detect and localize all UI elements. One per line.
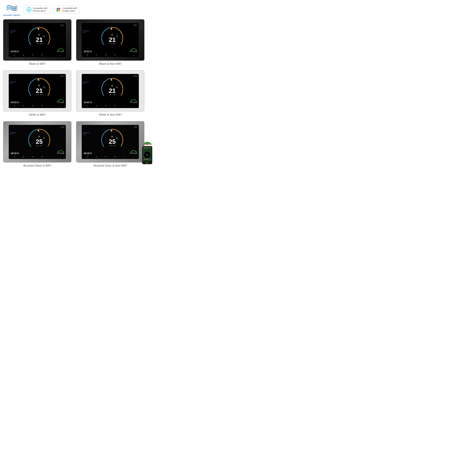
svg-text:❄: ❄ [8,5,9,6]
brand-logo: ❄ [5,3,19,14]
permanent-hold-4: PermanentHold [83,81,89,84]
permanent-hold-2: PermanentHold [83,30,89,33]
svg-text:25°: 25° [40,43,42,45]
up-icon: ⌃ [50,54,52,56]
down-icon-5: ⌄ [59,156,61,158]
svg-text:❄: ❄ [120,83,121,84]
product-caption-silver-wifi: Brushed Silver & WiFi [23,164,51,167]
thermostat-screen-4: THU PermanentHold 🔥 ≋ ❄ 🔒 21 °C Set 25° … [82,74,139,108]
thermostat-frame-silver-nonwifi: FRI PermanentHold 🔥 ≋ ❄ 🔒 25 °C Set 27° … [76,121,144,162]
icon-row-4: ⊙ ✦ °F ⏱ ⌃ ⌄ [82,105,139,107]
temp-icon-2: °F [104,54,107,56]
product-caption-silver-nonwifi: Brushed Siver & Non-WiFi [94,164,127,167]
svg-text:C: C [42,43,43,44]
up-icon-4: ⌃ [123,105,125,107]
time-display: 14:21 h [11,50,19,53]
screen-inner-4: THU PermanentHold 🔥 ≋ ❄ 🔒 21 °C Set 25° … [82,74,139,108]
permanent-hold-3: PermanentHold [10,81,16,84]
fan-icon-5: ✦ [22,156,24,158]
svg-text:❄: ❄ [120,134,121,135]
svg-text:❄: ❄ [47,32,49,33]
gauge-svg-4: 🔥 ≋ ❄ 🔒 21 °C Set 25° C [100,76,125,100]
svg-point-7 [58,10,60,12]
screen-inner-2: THU PermanentHold 🔥 ≋ ❄ 🔒 21 °C Set 25° … [82,23,139,57]
humidity-display-6: 51%RH [131,152,136,154]
svg-text:❄: ❄ [47,83,49,84]
brand-name: HESSWAY SMART [3,14,20,16]
svg-text:27°: 27° [113,145,115,146]
thermostat-frame-silver-wifi: FRI PermanentHold 🔥 ≋ ❄ 🔒 25 °C Set 27° … [3,121,71,162]
google-badge: Compatible with Google Home [53,6,80,14]
svg-text:🔥: 🔥 [110,27,113,30]
temp-icon-3: °F [32,105,34,107]
svg-text:25: 25 [36,138,43,145]
up-icon-3: ⌃ [50,105,52,107]
humidity-display-2: 57%RH [131,50,136,52]
fan-icon-3: ✦ [22,105,24,107]
timer-icon-2: ⏱ [114,54,116,56]
temp-icon: °F [32,54,34,56]
phone-button-green [146,163,147,163]
svg-text:C: C [115,145,116,146]
down-icon-4: ⌄ [132,105,134,107]
day-display: THU [60,24,64,26]
svg-text:C: C [115,94,116,95]
humidity-display: 57%RH [58,50,64,52]
svg-text:27°: 27° [40,145,42,146]
svg-point-3 [28,9,30,11]
temp-icon-6: °F [104,156,107,158]
down-icon-6: ⌄ [132,156,134,158]
timer-icon-4: ⏱ [114,105,116,107]
svg-text:°C: °C [116,137,118,139]
down-icon-2: ⌄ [132,54,134,56]
svg-text:°C: °C [43,137,45,139]
svg-text:°C: °C [43,86,45,88]
thermostat-frame-black-wifi: THU PermanentHold 🔥 ≋ ❄ [3,19,71,61]
svg-text:🔒: 🔒 [111,85,113,86]
screen-inner-5: FRI PermanentHold 🔥 ≋ ❄ 🔒 25 °C Set 27° … [9,125,66,159]
day-display-3: THU [60,75,64,77]
thermostat-screen-5: FRI PermanentHold 🔥 ≋ ❄ 🔒 25 °C Set 27° … [9,125,66,159]
phone-screen: 25.0 [143,147,152,162]
svg-text:≋: ≋ [45,28,46,30]
timer-icon-3: ⏱ [41,105,43,107]
icon-row-2: ⊙ ✦ °F ⏱ ⌃ ⌄ [82,54,139,56]
thermostat-screen-6: FRI PermanentHold 🔥 ≋ ❄ 🔒 25 °C Set 27° … [82,125,139,159]
svg-text:21: 21 [109,36,116,43]
svg-text:25°: 25° [113,43,115,45]
day-display-4: THU [133,75,137,77]
product-caption-white-nonwifi: White & Non-WiFi [99,113,121,117]
svg-text:❄: ❄ [47,134,49,135]
svg-text:25: 25 [109,138,116,145]
product-silver-nonwifi: FRI PermanentHold 🔥 ≋ ❄ 🔒 25 °C Set 27° … [76,121,144,167]
logo-area: ❄ HESSWAY SMART [3,3,20,16]
products-grid: THU PermanentHold 🔥 ≋ ❄ [3,19,155,167]
gauge-svg-6: 🔥 ≋ ❄ 🔒 25 °C Set 27° C [100,126,125,151]
svg-text:Set: Set [36,94,38,96]
svg-text:C: C [115,43,116,44]
down-icon: ⌄ [59,54,61,56]
up-icon-2: ⌃ [123,54,125,56]
time-display-2: 14:21 h [84,50,92,53]
permanent-hold: PermanentHold [10,30,16,33]
svg-text:🔥: 🔥 [37,78,40,81]
svg-text:Set: Set [109,94,112,96]
svg-text:25°: 25° [113,94,115,96]
svg-text:°C: °C [116,86,118,88]
phone-bottom-bar [142,162,152,164]
svg-text:C: C [42,94,43,95]
svg-text:21: 21 [36,36,43,43]
thermostat-screen-2: THU PermanentHold 🔥 ≋ ❄ 🔒 21 °C Set 25° … [82,23,139,57]
svg-text:°C: °C [116,35,118,38]
fan-icon-4: ✦ [96,105,97,107]
screen-inner-6: FRI PermanentHold 🔥 ≋ ❄ 🔒 25 °C Set 27° … [82,125,139,159]
phone-mockup: 25.0 [142,146,152,164]
thermostat-screen: THU PermanentHold 🔥 ≋ ❄ [9,23,66,57]
gauge-svg-5: 🔥 ≋ ❄ 🔒 25 °C Set 27° C [27,126,51,151]
up-icon-5: ⌃ [50,156,52,158]
svg-text:≋: ≋ [118,130,119,132]
svg-text:🔥: 🔥 [110,78,113,81]
clock-icon-5: ⊙ [14,156,15,158]
time-display-6: 18:22 h [84,152,92,154]
product-white-wifi: THU PermanentHold 🔥 ≋ ❄ 🔒 21 °C Set 25° … [3,70,71,117]
